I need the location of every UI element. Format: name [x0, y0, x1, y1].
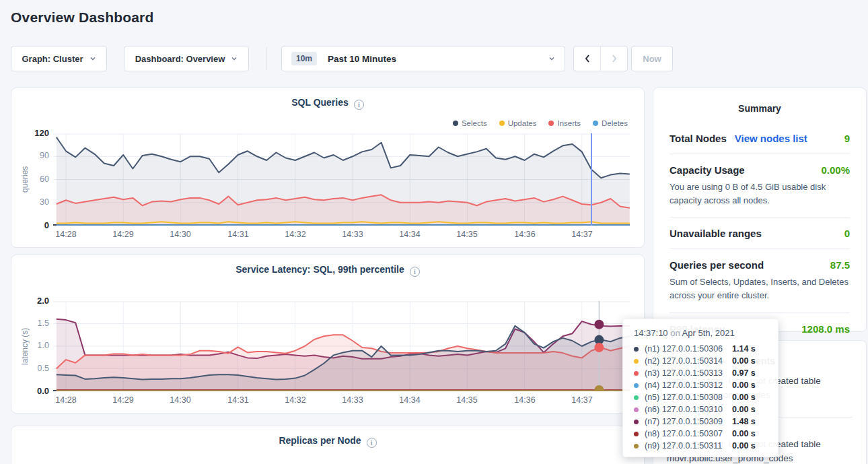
qps-label: Queries per second	[670, 259, 764, 271]
y-tick-label: 1.5	[11, 319, 49, 328]
capacity-usage-desc: You are using 0 B of 4.5 GiB usable disk…	[670, 180, 850, 207]
tooltip-node-label: (n1) 127.0.0.1:50306	[645, 344, 732, 354]
graph-dropdown[interactable]: Graph: Cluster	[11, 46, 107, 71]
tooltip-node-value: 1.14 s	[732, 344, 756, 354]
sql-queries-chart[interactable]	[53, 133, 630, 226]
y-tick-label: 90	[11, 151, 49, 160]
sql-queries-panel: SQL Queriesi SelectsUpdatesInsertsDelete…	[11, 88, 645, 248]
info-icon[interactable]: i	[410, 267, 420, 277]
tooltip-node-row: (n1) 127.0.0.1:50306 1.14 s	[634, 343, 767, 355]
prev-time-button[interactable]	[574, 46, 601, 71]
tooltip-node-label: (n4) 127.0.0.1:50312	[645, 380, 732, 390]
x-tick-label: 14:33	[334, 395, 371, 405]
service-latency-title: Service Latency: SQL, 99th percentile	[236, 264, 404, 275]
x-tick-label: 14:29	[104, 395, 142, 405]
service-latency-panel: Service Latency: SQL, 99th percentilei l…	[11, 255, 645, 413]
tooltip-node-row: (n4) 127.0.0.1:50312 0.00 s	[634, 379, 767, 391]
x-tick-label: 14:36	[506, 230, 544, 239]
x-tick-label: 14:28	[47, 230, 85, 239]
legend-item-selects[interactable]: Selects	[453, 119, 487, 127]
service-latency-chart[interactable]	[53, 301, 630, 391]
capacity-usage-value: 0.00%	[821, 164, 850, 176]
x-tick-label: 14:29	[104, 230, 142, 239]
summary-row-capacity: Capacity Usage 0.00% You are using 0 B o…	[670, 154, 850, 217]
tooltip-node-value: 0.00 s	[732, 405, 756, 414]
x-tick-label: 14:31	[219, 395, 257, 405]
unavailable-ranges-value: 0	[844, 228, 850, 239]
x-tick-label: 14:36	[506, 395, 544, 405]
tooltip-node-row: (n7) 127.0.0.1:50309 1.48 s	[634, 416, 767, 428]
y-tick-label: 0.0	[11, 386, 49, 396]
time-range-label: Past 10 Minutes	[328, 54, 396, 64]
sql-queries-title: SQL Queries	[291, 97, 349, 108]
x-tick-label: 14:30	[161, 230, 199, 239]
series-dot-icon	[634, 420, 639, 424]
series-dot-icon	[634, 432, 639, 436]
summary-row-qps: Queries per second 87.5 Sum of Selects, …	[670, 248, 850, 312]
summary-panel: Summary Total Nodes View nodes list 9 Ca…	[653, 88, 867, 332]
tooltip-node-value: 0.00 s	[732, 356, 756, 366]
tooltip-rows: (n1) 127.0.0.1:50306 1.14 s (n2) 127.0.0…	[634, 343, 767, 452]
x-tick-label: 14:37	[563, 230, 601, 239]
legend-item-updates[interactable]: Updates	[499, 119, 537, 127]
x-tick-label: 14:31	[219, 230, 257, 239]
legend-item-inserts[interactable]: Inserts	[548, 119, 581, 127]
info-icon[interactable]: i	[367, 438, 377, 448]
page-title: Overview Dashboard	[11, 9, 154, 26]
chart-hover-tooltip: 14:37:10 on Apr 5th, 2021 (n1) 127.0.0.1…	[622, 319, 779, 457]
qps-value: 87.5	[830, 259, 850, 271]
x-tick-label: 14:33	[334, 230, 371, 239]
series-dot-icon	[634, 444, 639, 449]
y-tick-label: 1.0	[11, 341, 49, 350]
legend-item-deletes[interactable]: Deletes	[593, 119, 628, 127]
series-dot-icon	[634, 359, 639, 364]
next-time-button[interactable]	[601, 46, 627, 71]
series-dot-icon	[634, 371, 639, 376]
tooltip-node-row: (n2) 127.0.0.1:50314 0.00 s	[634, 355, 767, 367]
tooltip-node-label: (n9) 127.0.0.1:50311	[645, 441, 732, 451]
legend-dot-icon	[499, 121, 505, 126]
tooltip-node-row: (n9) 127.0.0.1:50311 0.00 s	[634, 440, 767, 452]
chevron-down-icon	[231, 55, 238, 62]
p99-latency-value: 1208.0 ms	[801, 323, 850, 335]
x-tick-label: 14:32	[277, 395, 314, 405]
dashboard-dropdown[interactable]: Dashboard: Overview	[124, 46, 249, 71]
chevron-right-icon	[610, 54, 618, 63]
y-tick-label: 2.0	[11, 296, 49, 306]
time-range-badge: 10m	[291, 52, 317, 65]
y-tick-label: 60	[11, 174, 49, 184]
x-tick-label: 14:34	[391, 395, 429, 405]
x-tick-label: 14:34	[391, 230, 429, 239]
view-nodes-list-link[interactable]: View nodes list	[735, 133, 807, 144]
time-step-buttons	[573, 46, 628, 71]
tooltip-node-row: (n5) 127.0.0.1:50308 0.00 s	[634, 391, 767, 403]
tooltip-node-label: (n7) 127.0.0.1:50309	[645, 417, 732, 426]
legend-dot-icon	[593, 121, 598, 126]
tooltip-node-value: 0.97 s	[732, 368, 756, 378]
tooltip-node-label: (n3) 127.0.0.1:50313	[645, 368, 732, 378]
x-tick-label: 14:32	[277, 230, 314, 239]
legend-dot-icon	[453, 121, 458, 126]
x-axis-ticks: 14:2814:2914:3014:3114:3214:3314:3414:35…	[11, 230, 644, 240]
series-dot-icon	[634, 383, 639, 388]
tooltip-node-label: (n5) 127.0.0.1:50308	[645, 393, 732, 402]
series-dot-icon	[634, 347, 639, 352]
overview-dashboard-page: { "page": { "title": "Overview Dashboard…	[0, 0, 868, 464]
series-dot-icon	[634, 395, 639, 400]
unavailable-ranges-label: Unavailable ranges	[670, 228, 762, 239]
x-tick-label: 14:30	[161, 395, 199, 405]
time-range-dropdown[interactable]: 10m Past 10 Minutes	[281, 46, 565, 71]
sql-queries-legend: SelectsUpdatesInsertsDeletes	[453, 119, 628, 127]
chevron-left-icon	[583, 54, 591, 63]
y-tick-label: 120	[11, 128, 49, 138]
summary-row-total-nodes: Total Nodes View nodes list 9	[670, 122, 850, 154]
tooltip-node-value: 1.48 s	[732, 417, 756, 426]
total-nodes-value: 9	[844, 133, 850, 144]
now-button[interactable]: Now	[631, 46, 673, 71]
x-tick-label: 14:35	[448, 230, 486, 239]
tooltip-timestamp: 14:37:10 on Apr 5th, 2021	[634, 328, 767, 338]
info-icon[interactable]: i	[354, 100, 364, 110]
tooltip-node-label: (n6) 127.0.0.1:50310	[645, 405, 732, 414]
tooltip-node-value: 0.00 s	[732, 429, 756, 438]
replicas-per-node-title: Replicas per Node	[279, 435, 361, 446]
